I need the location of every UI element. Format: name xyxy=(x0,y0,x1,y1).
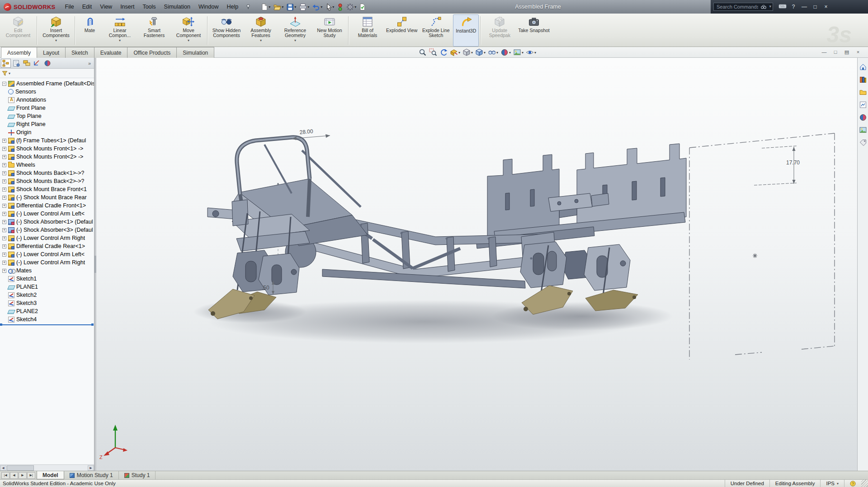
rebuild-button[interactable] xyxy=(336,2,344,12)
panel-tab-configurationmanager[interactable] xyxy=(22,59,32,68)
doc-tab-model[interactable]: Model xyxy=(37,471,64,479)
dimension-text-small[interactable]: .50 xyxy=(262,285,269,291)
tree-expander-plus-icon[interactable]: + xyxy=(2,147,6,151)
graphics-viewport[interactable]: 28.00 17.70 .50 xyxy=(96,58,868,471)
tree-item-sketch4[interactable]: Sketch4 xyxy=(0,315,94,323)
next-tab-button[interactable]: ▶ xyxy=(19,472,27,479)
ribbon-explode-line-sketch[interactable]: Explode Line Sketch xyxy=(419,14,453,47)
save-button[interactable]: ▾ xyxy=(285,2,297,12)
dropdown-caret-icon[interactable]: ▾ xyxy=(354,5,356,9)
search-dropdown-caret[interactable]: ▾ xyxy=(769,4,771,9)
tree-expander-plus-icon[interactable]: + xyxy=(2,220,6,224)
view-orientation-button[interactable]: ▾ xyxy=(462,47,474,57)
menu-simulation[interactable]: Simulation xyxy=(160,0,194,14)
tab-office-products[interactable]: Office Products xyxy=(127,47,177,58)
custom-properties-tab[interactable] xyxy=(859,138,868,147)
tree-item-plane1[interactable]: PLANE1 xyxy=(0,283,94,291)
edit-appearance-button[interactable]: ▾ xyxy=(500,47,512,57)
select-button[interactable]: ▾ xyxy=(324,2,335,12)
tab-simulation[interactable]: Simulation xyxy=(176,47,214,58)
ribbon-instant3d[interactable]: Instant3D xyxy=(453,14,479,47)
dimension-text-width[interactable]: 28.00 xyxy=(299,128,313,136)
print-button[interactable]: ▾ xyxy=(298,2,310,12)
tree-expander-plus-icon[interactable]: + xyxy=(2,236,6,240)
previous-view-button[interactable] xyxy=(439,47,448,57)
doc-tab-study-1[interactable]: Study 1 xyxy=(119,471,156,479)
new-document-button[interactable]: ▾ xyxy=(259,2,271,12)
doc-cascade-button[interactable]: ▤ xyxy=(842,48,851,56)
dropdown-caret-icon[interactable]: ▾ xyxy=(534,51,536,55)
apply-scene-button[interactable]: ▾ xyxy=(512,47,524,57)
tree-item-lower-control-arm-right[interactable]: +(-) Lower Control Arm Right xyxy=(0,258,94,267)
last-tab-button[interactable]: ▶| xyxy=(27,472,35,479)
tree-expander-plus-icon[interactable]: + xyxy=(2,253,6,257)
tree-item-differential-cradle-rear-1[interactable]: +Differential Cradle Rear<1> xyxy=(0,242,94,250)
dropdown-caret-icon[interactable]: ▾ xyxy=(294,38,296,42)
filter-icon[interactable] xyxy=(2,70,8,76)
doc-close-button[interactable]: × xyxy=(854,48,863,56)
tree-expander-plus-icon[interactable]: + xyxy=(2,155,6,159)
ribbon-insert-components[interactable]: Insert Components▾ xyxy=(39,14,73,47)
tree-item-front-plane[interactable]: Front Plane xyxy=(0,104,94,112)
dropdown-caret-icon[interactable]: ▾ xyxy=(321,5,322,9)
menu-help[interactable]: Help xyxy=(222,0,242,14)
ribbon-bill-of-materials[interactable]: Bill of Materials xyxy=(350,14,385,47)
panel-tab-dimxpertmanager[interactable] xyxy=(32,59,42,68)
dropdown-caret-icon[interactable]: ▾ xyxy=(458,51,460,55)
tree-item-sketch3[interactable]: Sketch3 xyxy=(0,299,94,307)
previous-tab-button[interactable]: ◀ xyxy=(10,472,18,479)
scroll-left-button[interactable]: ◀ xyxy=(0,465,6,471)
menu-view[interactable]: View xyxy=(96,0,116,14)
menu-tools[interactable]: Tools xyxy=(138,0,160,14)
ribbon-linear-compon[interactable]: Linear Compon...▾ xyxy=(103,14,137,47)
tab-assembly[interactable]: Assembly xyxy=(1,47,37,58)
tree-item-sketch2[interactable]: Sketch2 xyxy=(0,291,94,299)
rollback-bar[interactable] xyxy=(1,324,93,325)
ribbon-update-speedpak[interactable]: Update Speedpak xyxy=(482,14,517,47)
tree-item-shock-absorber-3-defaul[interactable]: +(-) Shock Absorber<3> (Defaul xyxy=(0,226,94,234)
tree-expander-plus-icon[interactable]: + xyxy=(2,179,6,183)
doc-tab-motion-study-1[interactable]: Motion Study 1 xyxy=(64,471,119,479)
ribbon-take-snapshot[interactable]: Take Snapshot xyxy=(517,14,551,47)
tree-expander-plus-icon[interactable]: + xyxy=(2,261,6,265)
first-tab-button[interactable]: |◀ xyxy=(1,472,9,479)
tree-expander-plus-icon[interactable]: + xyxy=(2,163,6,167)
ribbon-exploded-view[interactable]: Exploded View xyxy=(385,14,419,47)
dropdown-caret-icon[interactable]: ▾ xyxy=(188,38,189,42)
dropdown-caret-icon[interactable]: ▾ xyxy=(282,5,283,9)
dimension-text-height[interactable]: 17.70 xyxy=(786,159,800,166)
menu-edit[interactable]: Edit xyxy=(78,0,96,14)
menu-file[interactable]: File xyxy=(61,0,78,14)
ribbon-mate[interactable]: Mate xyxy=(77,14,103,47)
model-canvas[interactable]: 28.00 17.70 .50 xyxy=(96,58,857,471)
tree-item-right-plane[interactable]: Right Plane xyxy=(0,120,94,128)
tree-item-shock-mounts-back-1[interactable]: +Shock Mounts Back<1>->? xyxy=(0,169,94,177)
units-selector[interactable]: IPS▾ xyxy=(820,480,844,487)
dropdown-caret-icon[interactable]: ▾ xyxy=(509,51,511,55)
tree-item-origin[interactable]: Origin xyxy=(0,128,94,136)
menu-pin-icon[interactable] xyxy=(244,4,252,9)
tree-expander-plus-icon[interactable]: + xyxy=(2,212,6,216)
undo-button[interactable]: ▾ xyxy=(311,2,323,12)
tree-item-lower-control-arm-left[interactable]: +(-) Lower Control Arm Left< xyxy=(0,210,94,218)
tree-item-plane2[interactable]: PLANE2 xyxy=(0,307,94,315)
file-properties-button[interactable] xyxy=(358,2,367,12)
dropdown-caret-icon[interactable]: ▾ xyxy=(332,5,334,9)
tree-item-lower-control-arm-left[interactable]: +(-) Lower Control Arm Left< xyxy=(0,250,94,258)
appearances-tab[interactable] xyxy=(859,113,868,122)
help-button[interactable]: ? xyxy=(788,2,799,11)
close-button[interactable]: × xyxy=(821,2,831,11)
dropdown-caret-icon[interactable]: ▾ xyxy=(307,5,309,9)
network-button[interactable] xyxy=(777,2,788,11)
ribbon-edit-component[interactable]: Edit Component xyxy=(1,14,35,47)
open-button[interactable]: ▾ xyxy=(272,2,284,12)
tree-item-shock-mounts-front-1[interactable]: +Shock Mounts Front<1> -> xyxy=(0,145,94,153)
tree-expander-plus-icon[interactable]: + xyxy=(2,139,6,143)
tree-expander-plus-icon[interactable]: + xyxy=(2,204,6,208)
tree-item-annotations[interactable]: Annotations xyxy=(0,96,94,104)
dimension-28-00[interactable]: 28.00 xyxy=(292,128,330,140)
tree-expander-plus-icon[interactable]: + xyxy=(2,244,6,248)
search-icon[interactable] xyxy=(761,5,766,9)
options-button[interactable]: ▾ xyxy=(345,2,357,12)
tree-item-sensors[interactable]: Sensors xyxy=(0,88,94,96)
